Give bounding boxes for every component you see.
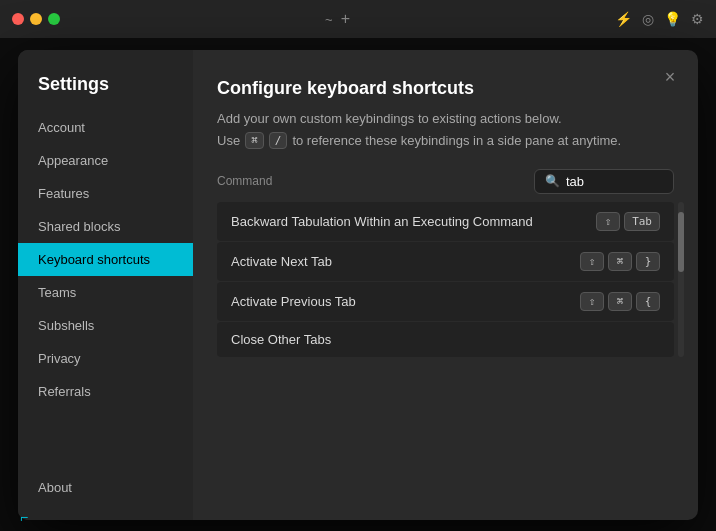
shortcut-keys: ⇧ ⌘ {	[580, 292, 660, 311]
shortcut-keys: ⇧ ⌘ }	[580, 252, 660, 271]
cmd-key-badge: ⌘	[245, 132, 264, 149]
sidebar: Settings Account Appearance Features Sha…	[18, 50, 193, 520]
table-row: Close Other Tabs	[217, 322, 674, 357]
bottom-indicator: ⌐	[20, 509, 28, 525]
maximize-traffic-light[interactable]	[48, 13, 60, 25]
main-content: × Configure keyboard shortcuts Add your …	[193, 50, 698, 520]
bulb-icon[interactable]: 💡	[664, 11, 681, 27]
bolt-icon[interactable]: ⚡	[615, 11, 632, 27]
modal-overlay: Settings Account Appearance Features Sha…	[0, 38, 716, 531]
gear-icon[interactable]: ⚙	[691, 11, 704, 27]
sidebar-item-account[interactable]: Account	[18, 111, 193, 144]
use-suffix: to reference these keybindings in a side…	[292, 133, 621, 148]
sidebar-item-features[interactable]: Features	[18, 177, 193, 210]
table-row: Activate Previous Tab ⇧ ⌘ {	[217, 282, 674, 321]
use-line: Use ⌘ / to reference these keybindings i…	[217, 132, 674, 149]
shortcuts-header: Command 🔍	[217, 169, 674, 202]
sidebar-item-teams[interactable]: Teams	[18, 276, 193, 309]
tab-label: ~	[325, 12, 333, 27]
sidebar-item-keyboard-shortcuts[interactable]: Keyboard shortcuts	[18, 243, 193, 276]
sidebar-item-referrals[interactable]: Referrals	[18, 375, 193, 408]
new-tab-button[interactable]: +	[341, 10, 350, 28]
key-badge: ⇧	[580, 292, 604, 311]
traffic-lights	[12, 13, 60, 25]
search-input[interactable]	[566, 174, 666, 189]
shortcuts-table: Command 🔍 Backward Tabulation Within an …	[217, 169, 674, 357]
table-row: Activate Next Tab ⇧ ⌘ }	[217, 242, 674, 281]
key-badge: {	[636, 292, 660, 311]
scrollbar-thumb	[678, 212, 684, 272]
page-title: Configure keyboard shortcuts	[217, 78, 674, 99]
titlebar-right: ⚡ ◎ 💡 ⚙	[615, 11, 704, 27]
slash-badge: /	[269, 132, 288, 149]
shortcut-name: Close Other Tabs	[231, 332, 331, 347]
description-text: Add your own custom keybindings to exist…	[217, 111, 674, 126]
sidebar-item-privacy[interactable]: Privacy	[18, 342, 193, 375]
titlebar-center: ~ +	[60, 10, 615, 28]
sidebar-title: Settings	[18, 66, 193, 111]
circle-icon[interactable]: ◎	[642, 11, 654, 27]
shortcuts-list: Backward Tabulation Within an Executing …	[217, 202, 674, 357]
titlebar: ~ + ⚡ ◎ 💡 ⚙	[0, 0, 716, 38]
key-badge: ⇧	[596, 212, 620, 231]
use-prefix: Use	[217, 133, 240, 148]
scrollbar-track[interactable]	[678, 202, 684, 357]
close-button[interactable]: ×	[658, 66, 682, 90]
sidebar-item-about[interactable]: About	[18, 471, 193, 504]
sidebar-item-subshells[interactable]: Subshells	[18, 309, 193, 342]
search-icon: 🔍	[545, 174, 560, 188]
table-row: Backward Tabulation Within an Executing …	[217, 202, 674, 241]
key-badge: ⌘	[608, 252, 632, 271]
key-badge: ⇧	[580, 252, 604, 271]
sidebar-item-appearance[interactable]: Appearance	[18, 144, 193, 177]
key-badge: }	[636, 252, 660, 271]
shortcut-name: Activate Previous Tab	[231, 294, 356, 309]
key-badge: ⌘	[608, 292, 632, 311]
sidebar-item-shared-blocks[interactable]: Shared blocks	[18, 210, 193, 243]
shortcut-name: Activate Next Tab	[231, 254, 332, 269]
shortcut-keys: ⇧ Tab	[596, 212, 660, 231]
close-traffic-light[interactable]	[12, 13, 24, 25]
settings-modal: Settings Account Appearance Features Sha…	[18, 50, 698, 520]
key-badge: Tab	[624, 212, 660, 231]
command-header-label: Command	[217, 174, 272, 188]
minimize-traffic-light[interactable]	[30, 13, 42, 25]
search-input-wrapper[interactable]: 🔍	[534, 169, 674, 194]
shortcut-name: Backward Tabulation Within an Executing …	[231, 214, 533, 229]
